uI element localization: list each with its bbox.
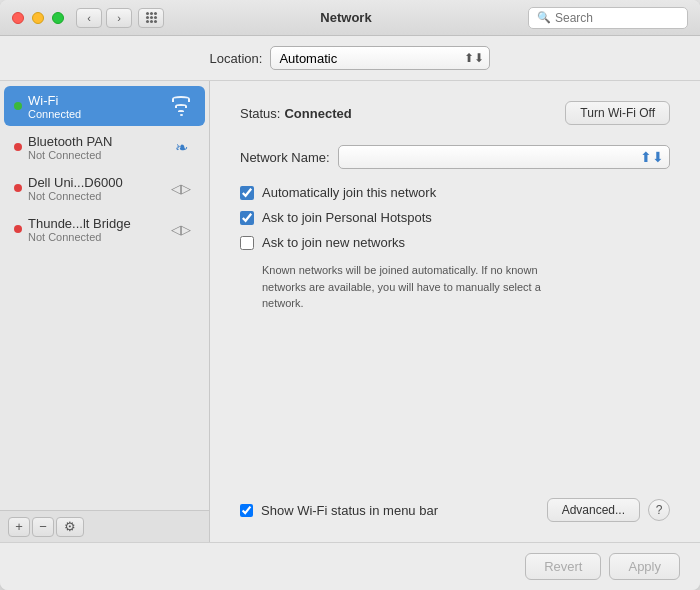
auto-join-label: Automatically join this network [262, 185, 436, 200]
search-icon: 🔍 [537, 11, 551, 24]
close-button[interactable] [12, 12, 24, 24]
forward-button[interactable]: › [106, 8, 132, 28]
new-networks-checkbox[interactable] [240, 236, 254, 250]
show-wifi-label: Show Wi-Fi status in menu bar [261, 503, 438, 518]
sidebar-item-name-dell: Dell Uni...D6000 [28, 175, 167, 190]
advanced-button[interactable]: Advanced... [547, 498, 640, 522]
sidebar-item-status-wifi: Connected [28, 108, 167, 120]
new-networks-label: Ask to join new networks [262, 235, 405, 250]
checkbox-row-new-networks: Ask to join new networks [240, 235, 670, 250]
wifi-icon [167, 92, 195, 120]
ethernet-icon-dell: ◁▷ [167, 174, 195, 202]
sidebar-item-wifi[interactable]: Wi-Fi Connected [4, 86, 205, 126]
maximize-button[interactable] [52, 12, 64, 24]
status-dot-dell [14, 184, 22, 192]
bluetooth-icon: ❧ [167, 133, 195, 161]
traffic-lights [12, 12, 64, 24]
minimize-button[interactable] [32, 12, 44, 24]
sidebar-item-name-thunder: Thunde...lt Bridge [28, 216, 167, 231]
status-dot-thunder [14, 225, 22, 233]
search-box[interactable]: 🔍 [528, 7, 688, 29]
titlebar: ‹ › Network 🔍 [0, 0, 700, 36]
status-dot-wifi [14, 102, 22, 110]
status-row: Status: Connected Turn Wi-Fi Off [240, 101, 670, 125]
bottom-right-buttons: Advanced... ? [547, 498, 670, 522]
status-value: Connected [284, 106, 565, 121]
spacer [240, 312, 670, 489]
network-name-row: Network Name: ⬆⬇ [240, 145, 670, 169]
personal-hotspot-label: Ask to join Personal Hotspots [262, 210, 432, 225]
main-content: Wi-Fi Connected [0, 81, 700, 542]
status-dot-bluetooth [14, 143, 22, 151]
show-wifi-checkbox[interactable] [240, 504, 253, 517]
note-text: Known networks will be joined automatica… [262, 262, 582, 312]
checkbox-row-personal-hotspot: Ask to join Personal Hotspots [240, 210, 670, 225]
show-wifi-row: Show Wi-Fi status in menu bar [240, 503, 547, 518]
sidebar-item-thunder[interactable]: Thunde...lt Bridge Not Connected ◁▷ [4, 209, 205, 249]
apply-button[interactable]: Apply [609, 553, 680, 580]
checkbox-group: Automatically join this network Ask to j… [240, 185, 670, 250]
sidebar-item-bluetooth[interactable]: Bluetooth PAN Not Connected ❧ [4, 127, 205, 167]
turn-wifi-off-button[interactable]: Turn Wi-Fi Off [565, 101, 670, 125]
help-button[interactable]: ? [648, 499, 670, 521]
location-bar: Location: Automatic Edit Locations... ⬆⬇ [0, 36, 700, 81]
sidebar-list: Wi-Fi Connected [0, 81, 209, 510]
checkbox-row-auto-join: Automatically join this network [240, 185, 670, 200]
sidebar-toolbar: + − ⚙ [0, 510, 209, 542]
window: ‹ › Network 🔍 Location: Automatic Edit L… [0, 0, 700, 590]
network-name-select[interactable] [338, 145, 670, 169]
sidebar: Wi-Fi Connected [0, 81, 210, 542]
gear-button[interactable]: ⚙ [56, 517, 84, 537]
window-title: Network [164, 10, 528, 25]
sidebar-item-status-dell: Not Connected [28, 190, 167, 202]
add-network-button[interactable]: + [8, 517, 30, 537]
status-label: Status: [240, 106, 280, 121]
nav-buttons: ‹ › [76, 8, 132, 28]
back-button[interactable]: ‹ [76, 8, 102, 28]
sidebar-item-status-thunder: Not Connected [28, 231, 167, 243]
sidebar-item-name-wifi: Wi-Fi [28, 93, 167, 108]
grid-icon [146, 12, 157, 23]
search-input[interactable] [555, 11, 675, 25]
sidebar-item-name-bluetooth: Bluetooth PAN [28, 134, 167, 149]
personal-hotspot-checkbox[interactable] [240, 211, 254, 225]
remove-network-button[interactable]: − [32, 517, 54, 537]
location-select[interactable]: Automatic Edit Locations... [270, 46, 490, 70]
sidebar-item-status-bluetooth: Not Connected [28, 149, 167, 161]
revert-button[interactable]: Revert [525, 553, 601, 580]
network-name-select-wrapper: ⬆⬇ [338, 145, 670, 169]
grid-button[interactable] [138, 8, 164, 28]
location-select-wrapper: Automatic Edit Locations... ⬆⬇ [270, 46, 490, 70]
network-name-label: Network Name: [240, 150, 330, 165]
ethernet-icon-thunder: ◁▷ [167, 215, 195, 243]
auto-join-checkbox[interactable] [240, 186, 254, 200]
wifi-waves-icon [169, 96, 193, 116]
sidebar-item-dell[interactable]: Dell Uni...D6000 Not Connected ◁▷ [4, 168, 205, 208]
location-label: Location: [210, 51, 263, 66]
bottom-row: Show Wi-Fi status in menu bar Advanced..… [240, 498, 670, 522]
right-panel: Status: Connected Turn Wi-Fi Off Network… [210, 81, 700, 542]
action-bar: Revert Apply [0, 542, 700, 590]
